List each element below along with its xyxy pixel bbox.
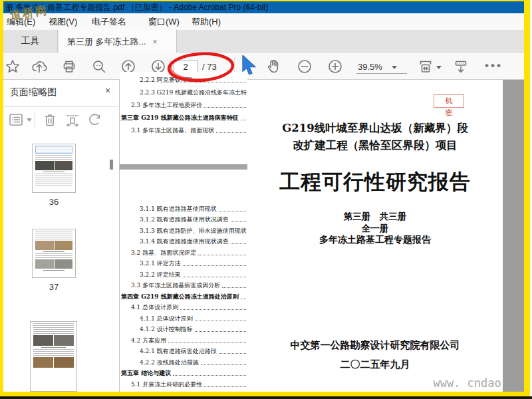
tab-tools[interactable]: 工具 (3, 30, 58, 53)
toc-item: 第五章 结论与建议 (120, 369, 247, 380)
toc-item: 5.1 开展冻土科研的必要性 (120, 380, 247, 391)
toc-leader-dots (183, 265, 246, 266)
panel-title: 页面缩略图 (10, 86, 57, 98)
toc-item: 3.1.2 既有道路路基使用状况调查 (120, 215, 247, 227)
acrobat-window: 册 多年冻土路基工程专题报告.pdf （已加密） - Adobe Acrobat… (3, 1, 524, 392)
toc-item: 3.1.4 既有道路路面使用现状调查 (120, 237, 247, 249)
toc-item: 4.1 总体设计原则 (120, 303, 247, 315)
panel-options-icon[interactable] (8, 112, 25, 128)
confidential-stamp: 机 密 (434, 94, 464, 108)
zoom-dropdown-caret-icon[interactable] (392, 66, 397, 69)
cover-volume-line-3: 多年冻土路基工程专题报告 (247, 234, 503, 246)
cover-main-title: 工程可行性研究报告 (247, 168, 503, 196)
toc-item: 3.2.1 评定方法 (120, 259, 247, 271)
menu-view[interactable]: 视图(V) (49, 16, 77, 28)
thumbnails-panel: 页面缩略图 × 36 (3, 80, 120, 392)
menu-esign[interactable]: 电子签名 (92, 16, 126, 28)
toc-leader-dots (195, 321, 246, 321)
fit-dropdown-caret-icon[interactable] (436, 66, 442, 69)
zoom-level-value[interactable]: 39.5% (358, 62, 382, 72)
toc-item: 4.2 方案应用 (120, 336, 247, 347)
toc-leader-dots (219, 211, 246, 211)
toc-leader-dots (198, 255, 246, 255)
tab-document-label: 第三册 多年冻土路... (67, 36, 146, 48)
toc-leader-dots (168, 342, 246, 343)
toc-item: 4.2.1 既有道路病害处治路段 (120, 347, 247, 358)
panel-options-caret-icon[interactable] (27, 118, 32, 122)
cover-volume-line-2: 全一册 (247, 223, 503, 235)
menu-help[interactable]: 帮助(H) (192, 16, 221, 28)
tab-bar: 工具 第三册 多年冻土路... × (3, 30, 524, 53)
zoom-out-icon[interactable] (297, 59, 313, 74)
cover-subtitle-2: 改扩建工程（黑恰至区界段）项目 (247, 138, 503, 153)
hand-tool-icon[interactable] (265, 59, 281, 74)
panel-divider (3, 106, 120, 107)
toc-item: 第三章 G219 线新藏公路冻土道路病害特征 (120, 112, 247, 124)
cover-date: 二〇二五年九月 (247, 358, 503, 371)
toc-leader-dots (219, 353, 246, 354)
page-thumbnail-37[interactable] (32, 229, 76, 278)
toc-leader-dots (195, 331, 246, 332)
red-ellipse-annotation (160, 48, 241, 86)
menu-window[interactable]: 窗口(W) (148, 16, 180, 28)
share-upload-icon[interactable] (31, 59, 47, 74)
zoom-in-icon[interactable] (327, 59, 343, 74)
cover-company: 中交第一公路勘察设计研究院有限公司 (247, 339, 503, 352)
toc-leader-dots (180, 309, 246, 310)
delete-pages-icon[interactable] (42, 112, 59, 128)
cover-subtitle-1: G219线叶城至界山达坂（新藏界）段 (247, 121, 503, 136)
toc-item: 5.2 新藏 G219 科研工作主要研究内容 (120, 391, 247, 392)
scroll-mode-icon[interactable] (453, 59, 469, 74)
menu-bar: 编辑(E) 视图(V) 电子签名 窗口(W) 帮助(H) (3, 13, 524, 30)
toc-leader-dots (183, 277, 246, 277)
page-gap (120, 164, 247, 170)
page-thumbnail-36[interactable] (32, 144, 76, 193)
toc-item: 4.1.2 设计控制指标 (120, 325, 247, 336)
window-titlebar: 册 多年冻土路基工程专题报告.pdf （已加密） - Adobe Acrobat… (3, 1, 524, 13)
more-tools-icon[interactable]: ••• (485, 59, 503, 72)
favorites-star-icon[interactable] (5, 59, 21, 74)
toc-leader-dots (204, 386, 246, 387)
panel-close-icon[interactable]: × (105, 85, 110, 96)
toc-leader-dots (222, 287, 246, 288)
print-icon[interactable] (61, 59, 77, 74)
toc-item: 4.1.1 总体设计原则 (120, 314, 247, 325)
panel-toolbar-separator (35, 112, 35, 128)
toc-leader-dots (231, 221, 246, 222)
fit-width-icon[interactable] (418, 59, 434, 74)
tab-document[interactable]: 第三册 多年冻土路... × (59, 30, 177, 53)
zoom-control-underline (356, 73, 407, 74)
tab-close-icon[interactable]: × (152, 37, 157, 47)
extract-pages-icon[interactable] (65, 112, 82, 128)
page-thumbnail-38[interactable] (30, 321, 77, 392)
toc-leader-dots (241, 299, 246, 299)
toc-item: 3.3 多年冻土区路基病害成因分析 (120, 281, 247, 293)
thumbnail-page-number[interactable]: 37 (32, 282, 76, 292)
toc-leader-dots (231, 243, 246, 244)
pdf-cover-page[interactable]: 机 密 G219线叶城至界山达坂（新藏界）段 改扩建工程（黑恰至区界段）项目 工… (247, 80, 503, 392)
panel-scrollbar[interactable] (110, 160, 113, 170)
toc-page-2: 3.1.1 既有道路路基使用现状3.1.2 既有道路路基使用状况调查3.1.3 … (120, 170, 247, 392)
thumbnail-page-number[interactable]: 36 (32, 197, 76, 207)
toc-item: 3.2.2 评定结果 (120, 270, 247, 281)
toc-item: 2.2.3 G219 线新藏公路沿线多年冻土特点 (120, 86, 247, 99)
mouse-cursor-icon (240, 55, 259, 76)
toc-pages-overlay[interactable]: 2.2.2 阿克赛钦湖段2.2.3 G219 线新藏公路沿线多年冻土特点2.3 … (120, 72, 247, 392)
toc-item: 3.1 多年冻土区路基、路面现状 (120, 124, 247, 137)
toc-leader-dots (173, 375, 246, 376)
toc-item: 2.3 多年冻土工程地质评价 (120, 99, 247, 112)
rotate-pages-icon[interactable] (87, 112, 104, 128)
watermark-bottom-right: www. cndao. (433, 376, 503, 390)
toc-leader-dots (201, 364, 246, 365)
main-toolbar: / 73 39.5% ••• (3, 53, 524, 80)
search-icon[interactable] (91, 59, 107, 74)
toc-item: 第四章 G219 线新藏公路冻土道路处治原则 (120, 292, 247, 303)
toc-leader-dots (241, 120, 246, 120)
toc-leader-dots (204, 107, 246, 108)
toc-item: 4.2.2 改线路处治措施 (120, 358, 247, 369)
toc-item: 3.1.1 既有道路路基使用现状 (120, 204, 247, 215)
cover-volume-line-1: 第三册 共三册 (247, 211, 503, 223)
toc-item: 3.2 路基、路面状况评定 (120, 248, 247, 259)
toc-leader-dots (216, 132, 246, 133)
toc-item: 3.1.3 既有道路防护、排水设施使用现状 (120, 226, 247, 237)
